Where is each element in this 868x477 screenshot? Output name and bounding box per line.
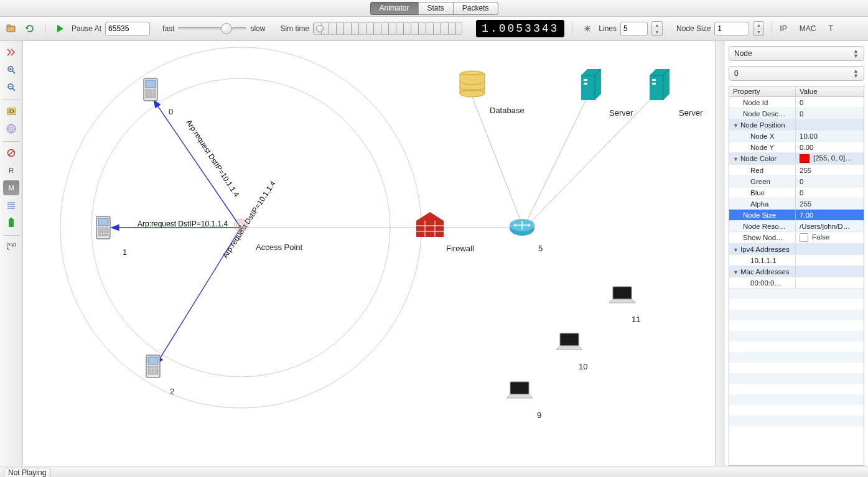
svg-rect-54 xyxy=(102,231,105,233)
svg-rect-62 xyxy=(152,366,154,368)
label-node-10: 10 xyxy=(579,362,587,371)
t-toggle[interactable]: T xyxy=(828,24,833,33)
node-database[interactable] xyxy=(460,71,485,97)
object-type-value: Node xyxy=(734,49,752,58)
node-5[interactable] xyxy=(510,219,534,236)
sim-time-label: Sim time xyxy=(280,24,309,33)
svg-line-7 xyxy=(12,88,15,91)
reload-button[interactable] xyxy=(22,21,37,36)
chevron-down-icon: ▼ xyxy=(733,123,739,129)
sim-time-slider[interactable] xyxy=(313,22,462,35)
app-header: Animator Stats Packets xyxy=(0,0,868,17)
zoom-out-button[interactable] xyxy=(3,80,19,95)
svg-rect-43 xyxy=(149,93,152,95)
play-button[interactable] xyxy=(53,21,68,36)
grid-toggle-button[interactable] xyxy=(580,21,595,36)
row-show-node[interactable]: Show Nod…False xyxy=(729,232,864,244)
sim-time-display: 1.0053343 xyxy=(476,20,564,37)
tab-animator[interactable]: Animator xyxy=(370,2,418,15)
label-node-1: 1 xyxy=(123,248,127,257)
svg-line-25 xyxy=(525,91,590,225)
m-button[interactable]: M xyxy=(3,180,19,195)
row-node-y[interactable]: Node Y0.00 xyxy=(729,142,864,153)
r-button[interactable]: R xyxy=(3,163,19,178)
row-node-position[interactable]: ▼Node Position xyxy=(729,119,864,131)
lines-stepper[interactable]: ▲▼ xyxy=(651,21,663,36)
view-tab-group: Animator Stats Packets xyxy=(370,2,498,15)
row-node-id[interactable]: Node Id0 xyxy=(729,97,864,108)
row-mac-0[interactable]: 00:00:0… xyxy=(729,277,864,289)
header-property: Property xyxy=(729,86,796,96)
node-1[interactable] xyxy=(96,216,110,239)
row-node-resource[interactable]: Node Reso…/Users/john/D… xyxy=(729,221,864,232)
header-value: Value xyxy=(796,86,864,96)
node-0[interactable] xyxy=(144,78,157,101)
left-toolbar: ID R M (x,y)↖ xyxy=(0,41,23,466)
svg-rect-64 xyxy=(148,369,151,371)
node-2[interactable] xyxy=(146,355,160,377)
properties-panel: Node ▲▼ 0 ▲▼ Property Value Node Id0 Nod… xyxy=(725,41,868,466)
status-bar: Not Playing xyxy=(0,466,868,477)
svg-rect-65 xyxy=(152,369,154,371)
step-forward-button[interactable] xyxy=(3,45,19,60)
property-table[interactable]: Property Value Node Id0 Node Desc…0 ▼Nod… xyxy=(729,86,864,466)
property-table-header: Property Value xyxy=(729,86,864,97)
svg-rect-81 xyxy=(584,79,587,81)
row-node-size[interactable]: Node Size7.00 xyxy=(729,210,864,221)
node-server-b[interactable] xyxy=(650,69,670,100)
lines-label: Lines xyxy=(599,24,617,33)
svg-line-13 xyxy=(9,151,14,155)
node-size-stepper[interactable]: ▲▼ xyxy=(753,21,764,36)
object-index-select[interactable]: 0 ▲▼ xyxy=(729,66,864,81)
tab-packets[interactable]: Packets xyxy=(454,2,498,15)
chevron-down-icon: ▼ xyxy=(733,247,739,253)
node-10[interactable] xyxy=(556,333,582,350)
row-red[interactable]: Red255 xyxy=(729,165,864,176)
canvas-vertical-scrollbar[interactable] xyxy=(716,41,725,466)
row-blue[interactable]: Blue0 xyxy=(729,187,864,198)
svg-rect-86 xyxy=(560,333,579,346)
svg-rect-58 xyxy=(106,234,108,236)
checkbox-icon[interactable] xyxy=(800,233,808,242)
label-firewall: Firewall xyxy=(446,244,474,253)
row-node-desc[interactable]: Node Desc…0 xyxy=(729,108,864,119)
svg-point-10 xyxy=(8,126,14,132)
label-node-5: 5 xyxy=(538,244,543,253)
node-size-label: Node Size xyxy=(676,24,711,33)
open-file-button[interactable] xyxy=(4,21,19,36)
row-ipv4-0[interactable]: 10.1.1.1 xyxy=(729,255,864,266)
object-type-select[interactable]: Node ▲▼ xyxy=(729,46,864,61)
row-green[interactable]: Green0 xyxy=(729,176,864,187)
label-node-0: 0 xyxy=(169,107,173,116)
svg-rect-55 xyxy=(106,231,108,233)
pointer-xy-button[interactable]: (x,y)↖ xyxy=(3,239,19,254)
list-lines-button[interactable] xyxy=(3,198,19,213)
pause-at-input[interactable] xyxy=(105,22,150,35)
node-9[interactable] xyxy=(506,382,533,398)
node-server-a[interactable] xyxy=(581,69,601,100)
label-node-2: 2 xyxy=(170,387,174,396)
node-firewall[interactable] xyxy=(416,212,444,237)
pause-at-label: Pause At xyxy=(72,24,101,33)
row-alpha[interactable]: Alpha255 xyxy=(729,198,864,210)
node-11[interactable] xyxy=(609,287,635,303)
svg-rect-45 xyxy=(146,96,148,98)
tab-stats[interactable]: Stats xyxy=(418,2,453,15)
battery-button[interactable] xyxy=(3,215,19,230)
lines-input[interactable] xyxy=(620,22,648,35)
wireless-circles-button[interactable] xyxy=(3,121,19,136)
speed-slider[interactable] xyxy=(178,23,246,34)
row-node-color[interactable]: ▼Node Color[255, 0, 0]… xyxy=(729,153,864,165)
ip-toggle[interactable]: IP xyxy=(780,24,786,33)
row-mac[interactable]: ▼Mac Addresses xyxy=(729,266,864,277)
zoom-in-button[interactable] xyxy=(3,62,19,77)
node-size-input[interactable] xyxy=(714,22,749,35)
canvas[interactable]: Arp:request DstIP=10.1.1.4 Arp:request D… xyxy=(23,41,716,466)
svg-rect-61 xyxy=(148,366,151,368)
speed-fast-label: fast xyxy=(162,24,174,33)
row-node-x[interactable]: Node X10.00 xyxy=(729,131,864,142)
show-ids-button[interactable]: ID xyxy=(3,104,19,119)
row-ipv4[interactable]: ▼Ipv4 Addresses xyxy=(729,244,864,255)
block-icon-button[interactable] xyxy=(3,146,19,160)
mac-toggle[interactable]: MAC xyxy=(800,24,816,33)
